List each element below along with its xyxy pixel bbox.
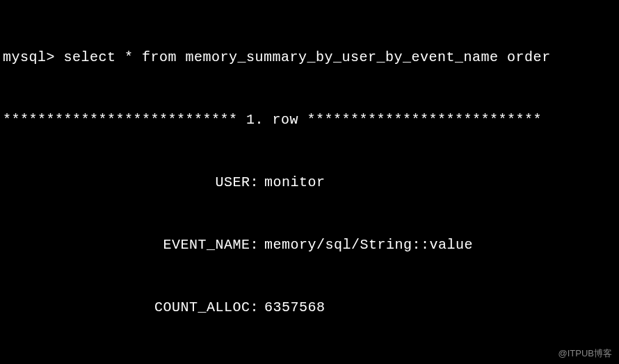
field-value: memory/sql/String::value	[259, 235, 473, 256]
field-value: 2820279	[259, 360, 325, 364]
terminal-output: mysql> select * from memory_summary_by_u…	[3, 6, 616, 364]
sql-query: select * from memory_summary_by_user_by_…	[55, 49, 551, 65]
result-row: COUNT_ALLOC:6357568	[3, 297, 616, 318]
field-label: COUNT_ALLOC:	[3, 297, 259, 318]
field-value: monitor	[259, 172, 325, 193]
result-row: EVENT_NAME:memory/sql/String::value	[3, 235, 616, 256]
field-label: EVENT_NAME:	[3, 235, 259, 256]
row-separator-header: *************************** 1. row *****…	[3, 110, 616, 131]
watermark: @ITPUB博客	[558, 347, 612, 361]
query-line: mysql> select * from memory_summary_by_u…	[3, 47, 616, 68]
result-row: COUNT_FREE:2820279	[3, 360, 616, 364]
mysql-prompt: mysql>	[3, 49, 55, 65]
field-value: 6357568	[259, 297, 325, 318]
field-label: USER:	[3, 172, 259, 193]
field-label: COUNT_FREE:	[3, 360, 259, 364]
result-row: USER:monitor	[3, 172, 616, 193]
